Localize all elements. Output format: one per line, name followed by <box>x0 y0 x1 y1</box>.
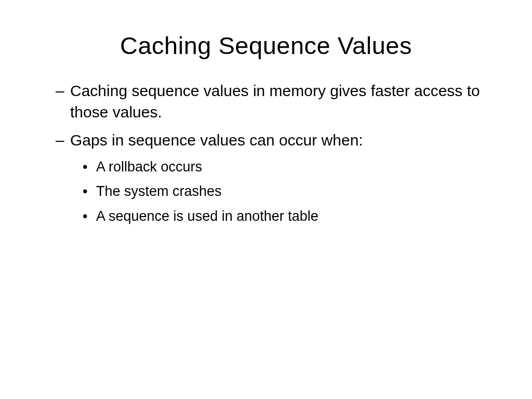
bullet-text: A sequence is used in another table <box>96 208 318 224</box>
bullet-list-level1: Caching sequence values in memory gives … <box>47 81 485 227</box>
list-item: The system crashes <box>96 182 485 202</box>
list-item: A sequence is used in another table <box>96 207 485 227</box>
bullet-text: The system crashes <box>96 183 222 199</box>
list-item: Gaps in sequence values can occur when: … <box>70 130 485 227</box>
list-item: A rollback occurs <box>96 157 485 177</box>
list-item: Caching sequence values in memory gives … <box>70 81 485 123</box>
bullet-list-level2: A rollback occurs The system crashes A s… <box>70 157 485 227</box>
bullet-text: Caching sequence values in memory gives … <box>70 82 480 121</box>
slide-title: Caching Sequence Values <box>47 31 485 60</box>
bullet-text: A rollback occurs <box>96 159 202 175</box>
bullet-text: Gaps in sequence values can occur when: <box>70 131 363 149</box>
